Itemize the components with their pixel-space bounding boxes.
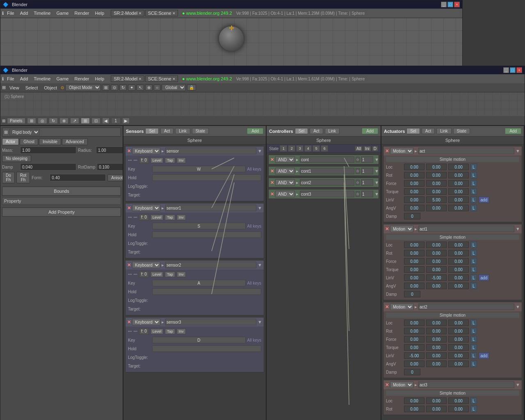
- sensor-2-type[interactable]: Keyboard: [132, 262, 160, 268]
- actuator-3-loc-x[interactable]: [404, 397, 425, 404]
- sensor-3-inv[interactable]: Inv: [177, 329, 186, 334]
- controllers-add-btn[interactable]: Add: [362, 128, 378, 134]
- controller-3-state[interactable]: [361, 191, 373, 197]
- sensor-3-tap[interactable]: Tap: [165, 329, 175, 334]
- sensor-0-key[interactable]: [152, 166, 246, 172]
- logic-icon-7[interactable]: ⊡: [91, 118, 100, 124]
- sensor-3-close[interactable]: ✕: [127, 320, 131, 325]
- sensor-0-name[interactable]: [165, 148, 256, 154]
- sensor-0-close[interactable]: ✕: [127, 148, 131, 154]
- controller-2-state[interactable]: [361, 179, 373, 186]
- actuator-2-torque-y[interactable]: [426, 344, 447, 351]
- actuator-1-angv-y[interactable]: [426, 283, 447, 289]
- actuator-1-torque-l[interactable]: L: [470, 266, 477, 273]
- actuator-0-loc-y[interactable]: [426, 164, 447, 170]
- actuator-3-loc-l[interactable]: L: [470, 397, 477, 404]
- main-file-menu[interactable]: File: [5, 75, 17, 82]
- controller-2-star[interactable]: ☆: [356, 180, 360, 185]
- state-box-4[interactable]: 4: [304, 145, 312, 152]
- actuators-sel-btn[interactable]: Sel: [406, 128, 420, 134]
- frame-num[interactable]: 1: [111, 118, 121, 124]
- minimize-btn[interactable]: _: [441, 2, 447, 7]
- logic-icon-2[interactable]: ◎: [38, 118, 47, 124]
- sensor-2-tap[interactable]: Tap: [165, 272, 175, 277]
- controller-0-star[interactable]: ☆: [356, 157, 360, 162]
- state-box-3[interactable]: 3: [296, 145, 304, 152]
- actuator-1-angv-l[interactable]: L: [470, 283, 477, 289]
- actuator-2-torque-z[interactable]: [448, 344, 469, 351]
- controller-1-type[interactable]: AND: [275, 168, 295, 174]
- bounds-btn[interactable]: Bounds: [2, 187, 121, 196]
- actuator-0-rot-y[interactable]: [426, 172, 447, 178]
- damp-input[interactable]: [20, 163, 76, 171]
- actuator-2-angv-z[interactable]: [448, 361, 469, 367]
- sensor-1-name[interactable]: [165, 205, 256, 211]
- actuator-2-close[interactable]: ✕: [385, 304, 389, 310]
- vp-btn7[interactable]: ○: [154, 84, 160, 91]
- controller-1-name[interactable]: [300, 168, 354, 174]
- sensor-1-level[interactable]: Level: [151, 215, 164, 220]
- sensor-1-key[interactable]: [152, 223, 246, 229]
- controller-0-close[interactable]: ✕: [270, 157, 274, 162]
- actuator-2-damp-val[interactable]: [404, 369, 420, 375]
- form-input[interactable]: [50, 174, 106, 181]
- actuator-0-force-z[interactable]: [448, 180, 469, 187]
- vp-btn2[interactable]: ⊙: [111, 84, 118, 91]
- sensor-3-level[interactable]: Level: [151, 329, 164, 334]
- actuator-2-linv-x[interactable]: [404, 352, 425, 359]
- state-box-2[interactable]: 2: [288, 145, 295, 152]
- actuator-0-angv-y[interactable]: [426, 205, 447, 211]
- controller-3-name[interactable]: [300, 191, 354, 197]
- actuator-1-expand[interactable]: ▼: [516, 226, 520, 231]
- actuator-0-type[interactable]: Motion: [390, 148, 413, 154]
- sensors-link-btn[interactable]: Link: [175, 128, 190, 134]
- controller-3-type[interactable]: AND: [275, 191, 295, 197]
- actuator-3-close[interactable]: ✕: [385, 382, 389, 388]
- actuator-0-expand[interactable]: ▼: [516, 148, 520, 153]
- main-timeline-menu[interactable]: Timeline: [31, 75, 53, 82]
- actuator-2-rot-l[interactable]: L: [470, 328, 477, 334]
- sensor-2-level[interactable]: Level: [151, 272, 164, 277]
- actuator-1-force-l[interactable]: L: [470, 258, 477, 265]
- state-box-6[interactable]: 6: [321, 145, 328, 152]
- sensor-0-type[interactable]: Keyboard: [132, 148, 160, 154]
- actuator-2-force-x[interactable]: [404, 336, 425, 342]
- actuator-1-loc-z[interactable]: [448, 242, 469, 248]
- vp-btn1[interactable]: ⊞: [102, 84, 110, 91]
- controller-0-expand[interactable]: ▼: [374, 157, 379, 162]
- vp-global-select[interactable]: Global: [162, 84, 186, 91]
- controller-1-close[interactable]: ✕: [270, 169, 274, 174]
- controller-1-expand[interactable]: ▼: [374, 169, 379, 173]
- actuator-1-linv-y[interactable]: [426, 274, 447, 281]
- actuator-3-rot-x[interactable]: [404, 406, 425, 412]
- sensor-0-expand[interactable]: ▼: [258, 148, 262, 153]
- actuator-0-angv-z[interactable]: [448, 205, 469, 211]
- controller-2-close[interactable]: ✕: [270, 180, 274, 185]
- actuators-act-btn[interactable]: Act: [422, 128, 435, 134]
- actuator-1-close[interactable]: ✕: [385, 226, 389, 232]
- main-help-menu[interactable]: Help: [93, 75, 107, 82]
- actuator-0-linv-z[interactable]: [448, 196, 469, 203]
- actuator-2-force-z[interactable]: [448, 336, 469, 342]
- physics-type-select[interactable]: Rigid body: [9, 129, 40, 135]
- actuator-1-damp-val[interactable]: [404, 291, 420, 297]
- actuator-1-type[interactable]: Motion: [390, 226, 413, 232]
- sensors-sel-btn[interactable]: Sel: [145, 128, 158, 134]
- actuator-2-angv-l[interactable]: L: [470, 361, 477, 367]
- top-help-menu[interactable]: Help: [93, 10, 107, 16]
- actuator-2-angv-x[interactable]: [404, 361, 425, 367]
- vp-btn3[interactable]: ↻: [119, 84, 127, 91]
- main-maximize-btn[interactable]: □: [510, 67, 516, 73]
- state-box-5[interactable]: 5: [313, 145, 320, 152]
- logic-icon-1[interactable]: ⊞: [27, 118, 36, 124]
- actuator-2-rot-y[interactable]: [426, 328, 447, 334]
- actuator-1-rot-z[interactable]: [448, 250, 469, 256]
- logic-icon-4[interactable]: ⊕: [59, 118, 68, 124]
- main-add-menu[interactable]: Add: [18, 75, 31, 82]
- actuator-3-rot-y[interactable]: [426, 406, 447, 412]
- radius-input[interactable]: [96, 146, 123, 154]
- sensor-1-type[interactable]: Keyboard: [132, 205, 160, 211]
- actuator-0-angv-l[interactable]: L: [470, 205, 477, 211]
- sensor-2-inv[interactable]: Inv: [177, 272, 186, 277]
- top-render-menu[interactable]: Render: [72, 10, 91, 16]
